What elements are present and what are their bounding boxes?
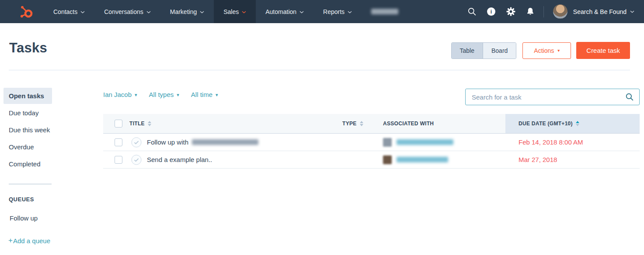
redacted-associated-contact[interactable]: [397, 139, 453, 145]
filter-time-value: All time: [191, 91, 212, 98]
nav-divider: [543, 6, 544, 17]
sidebar-item-due-this-week[interactable]: Due this week: [3, 122, 58, 138]
add-queue-label: Add a queue: [13, 237, 50, 245]
select-all-checkbox[interactable]: [115, 120, 122, 128]
associated-avatar: [383, 138, 392, 147]
gear-icon[interactable]: [506, 7, 515, 16]
sidebar-item-open-tasks[interactable]: Open tasks: [3, 88, 52, 104]
task-search-input[interactable]: [466, 93, 626, 101]
nav-item-label: Sales: [223, 8, 239, 15]
chevron-down-icon: [242, 11, 246, 14]
caret-down-icon: ▾: [216, 93, 218, 97]
view-toggle-table-label: Table: [460, 47, 474, 54]
queue-item-follow-up[interactable]: Follow up: [10, 214, 38, 222]
due-date: Feb 14, 2018 8:00 AM: [519, 138, 583, 146]
nav-utilities: Search & Be Found: [468, 0, 644, 23]
redacted-nav-label: [371, 9, 398, 14]
sidebar-item-overdue[interactable]: Overdue: [3, 139, 42, 155]
top-nav: Contacts Conversations Marketing Sales A…: [0, 0, 644, 23]
search-icon[interactable]: [468, 7, 476, 16]
nav-item-label: Reports: [323, 8, 345, 15]
table-row: Follow up with Feb 14, 2018 8:00 AM: [103, 134, 640, 151]
chevron-down-icon: [80, 11, 85, 14]
nav-item-conversations[interactable]: Conversations: [94, 0, 160, 23]
queues-header: QUEUES: [9, 196, 103, 203]
column-header-title[interactable]: TITLE: [129, 114, 342, 133]
nav-item-label: Automation: [265, 8, 296, 15]
task-title[interactable]: Follow up with: [147, 138, 188, 146]
caret-down-icon: ▾: [135, 93, 137, 97]
tasks-table: TITLE TYPE ASSOCIATED WITH DUE DATE (GMT…: [103, 114, 640, 169]
redacted-associated-contact[interactable]: [397, 157, 448, 162]
sidebar-divider: [9, 184, 52, 184]
filter-owner[interactable]: Ian Jacob ▾: [103, 91, 137, 98]
page-title: Tasks: [9, 40, 47, 56]
nav-item-marketing[interactable]: Marketing: [160, 0, 214, 23]
sort-arrows-icon: [576, 121, 579, 126]
complete-task-icon[interactable]: [131, 155, 142, 165]
sort-arrows-icon: [148, 121, 151, 126]
add-queue-button[interactable]: + Add a queue: [8, 236, 50, 245]
info-icon[interactable]: [487, 7, 495, 16]
header-divider: [9, 70, 630, 70]
create-task-label: Create task: [586, 47, 620, 54]
sort-arrows-icon: [360, 121, 363, 126]
row-checkbox[interactable]: [115, 138, 122, 146]
actions-button-label: Actions: [534, 47, 554, 54]
sidebar: Open tasks Due today Due this week Overd…: [0, 88, 103, 245]
caret-down-icon: ▾: [557, 48, 560, 53]
chevron-down-icon: [146, 11, 151, 14]
view-toggle-table[interactable]: Table: [452, 43, 483, 59]
column-header-type[interactable]: TYPE: [342, 114, 383, 133]
nav-item-contacts[interactable]: Contacts: [44, 0, 94, 23]
page-toolbar: Table Board Actions ▾ Create task: [451, 42, 630, 59]
task-search: [465, 89, 640, 105]
filter-type[interactable]: All types ▾: [149, 91, 179, 98]
filter-bar: Ian Jacob ▾ All types ▾ All time ▾: [103, 91, 218, 98]
account-menu[interactable]: Search & Be Found: [573, 8, 634, 15]
chevron-down-icon: [630, 10, 634, 13]
chevron-down-icon: [200, 11, 204, 14]
view-toggle: Table Board: [451, 42, 517, 59]
nav-item-label: Marketing: [170, 8, 197, 15]
nav-item-label: Contacts: [53, 8, 77, 15]
nav-item-redacted[interactable]: [362, 0, 408, 23]
filter-type-value: All types: [149, 91, 174, 98]
table-header-row: TITLE TYPE ASSOCIATED WITH DUE DATE (GMT…: [103, 114, 640, 134]
actions-button[interactable]: Actions ▾: [522, 42, 571, 59]
nav-item-automation[interactable]: Automation: [256, 0, 313, 23]
complete-task-icon[interactable]: [131, 137, 142, 148]
chevron-down-icon: [299, 11, 304, 14]
filter-time[interactable]: All time ▾: [191, 91, 218, 98]
view-toggle-board-label: Board: [491, 47, 508, 54]
sidebar-item-due-today[interactable]: Due today: [3, 105, 46, 121]
nav-item-sales[interactable]: Sales: [214, 0, 256, 23]
main-menu: Contacts Conversations Marketing Sales A…: [44, 0, 408, 23]
search-icon[interactable]: [626, 93, 634, 101]
account-name: Search & Be Found: [573, 8, 627, 15]
caret-down-icon: ▾: [177, 93, 179, 97]
due-date: Mar 27, 2018: [519, 156, 557, 163]
redacted-task-name: [192, 139, 258, 145]
column-header-associated-with: ASSOCIATED WITH: [383, 114, 505, 133]
sidebar-item-completed[interactable]: Completed: [3, 156, 49, 172]
table-row: Send a example plan.. Mar 27, 2018: [103, 151, 640, 169]
nav-item-label: Conversations: [104, 8, 143, 15]
row-checkbox[interactable]: [115, 156, 122, 164]
plus-icon: +: [8, 236, 13, 245]
chevron-down-icon: [348, 11, 352, 14]
bell-icon[interactable]: [526, 7, 534, 16]
hubspot-logo-icon[interactable]: [19, 0, 34, 23]
filter-owner-value: Ian Jacob: [103, 91, 132, 98]
column-header-due-date[interactable]: DUE DATE (GMT+10): [505, 114, 640, 133]
create-task-button[interactable]: Create task: [576, 42, 630, 59]
view-toggle-board[interactable]: Board: [483, 43, 516, 59]
nav-item-reports[interactable]: Reports: [313, 0, 362, 23]
task-title[interactable]: Send a example plan..: [147, 156, 212, 163]
user-avatar[interactable]: [553, 4, 567, 19]
associated-avatar: [383, 155, 392, 164]
